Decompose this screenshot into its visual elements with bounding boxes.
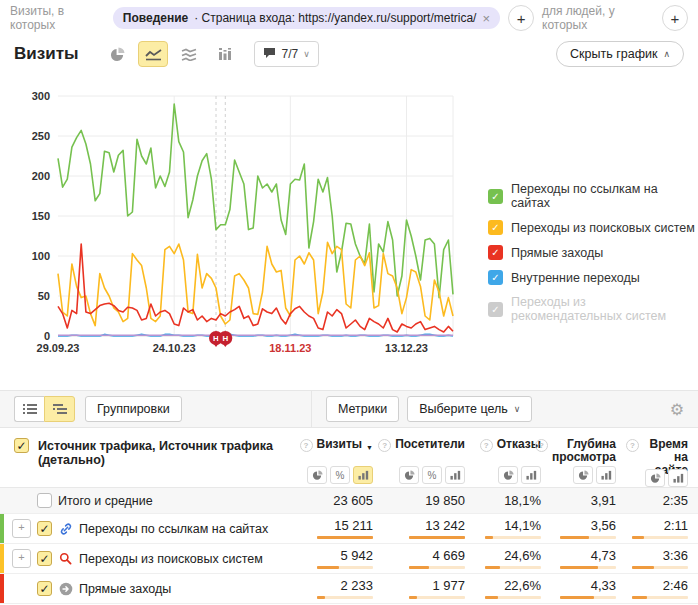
legend-item[interactable]: ✓Внутренние переходы: [488, 270, 698, 285]
bar-toggle-button[interactable]: [445, 466, 465, 484]
column-header[interactable]: ?Время на сайте: [626, 428, 698, 487]
search-icon: [58, 552, 73, 565]
metric-value-cell: 19 850: [383, 488, 475, 513]
chart-type-line-button[interactable]: [138, 41, 168, 67]
chart-type-columns-button[interactable]: [210, 41, 240, 67]
metric-value-cell: 1 977: [383, 574, 475, 603]
metric-value: 15 211: [334, 518, 373, 533]
legend-label: Внутренние переходы: [511, 271, 640, 285]
legend-checkbox[interactable]: ✓: [488, 220, 503, 235]
metric-value: 13 242: [425, 518, 465, 533]
column-header-label: Глубина просмотра: [552, 438, 616, 464]
legend-item[interactable]: ✓Переходы из рекомендательных систем: [488, 295, 698, 323]
metric-value: 22,6%: [504, 578, 541, 593]
pie-toggle-button[interactable]: [645, 469, 665, 487]
legend-item[interactable]: ✓Переходы из поисковых систем: [488, 220, 698, 235]
dimension-header-label: Источник трафика, Источник трафика (дета…: [38, 438, 311, 467]
column-header-label: Визиты: [317, 438, 363, 451]
choose-goal-dropdown[interactable]: Выберите цель ∨: [407, 396, 532, 422]
help-icon[interactable]: ?: [626, 439, 639, 452]
comments-dropdown[interactable]: 7/7 ∨: [254, 41, 318, 67]
metric-bar: [560, 596, 616, 599]
segment-chip-category: Поведение: [123, 11, 188, 25]
gear-icon[interactable]: ⚙: [670, 400, 684, 419]
bar-toggle-button[interactable]: [596, 466, 616, 484]
expand-button[interactable]: +: [12, 519, 31, 538]
metric-value: 14,1%: [504, 518, 541, 533]
metric-value-cell: 4,73: [551, 544, 626, 573]
legend-item[interactable]: ✓Переходы по ссылкам на сайтах: [488, 182, 698, 210]
row-checkbox[interactable]: ✓: [37, 581, 52, 596]
row-checkbox[interactable]: ✓: [37, 551, 52, 566]
chevron-down-icon: ∨: [514, 404, 521, 414]
row-color-stripe: [0, 514, 4, 543]
row-checkbox[interactable]: [37, 493, 52, 508]
legend-checkbox[interactable]: ✓: [488, 302, 503, 317]
column-header[interactable]: ?Визиты▼%: [311, 428, 383, 487]
row-label: Итого и средние: [58, 494, 153, 508]
y-axis-tick: 300: [32, 90, 50, 102]
chart-type-stacked-button[interactable]: [174, 41, 204, 67]
row-label[interactable]: Переходы по ссылкам на сайтах: [79, 522, 268, 536]
sort-desc-icon: ▼: [366, 441, 373, 454]
table-toolbar: Группировки Метрики Выберите цель ∨ ⚙: [0, 390, 698, 428]
percent-toggle-button[interactable]: %: [330, 466, 350, 484]
y-axis-tick: 100: [32, 250, 50, 262]
x-axis-tick: 18.11.23: [269, 342, 311, 354]
row-checkbox[interactable]: ✓: [37, 521, 52, 536]
row-color-stripe: [0, 544, 4, 573]
metric-bar: [560, 566, 616, 569]
pie-toggle-button[interactable]: [498, 466, 518, 484]
table-row: +✓Переходы из поисковых систем5 9424 669…: [0, 544, 698, 574]
metric-bar: [560, 536, 616, 539]
view-list-button[interactable]: [14, 396, 44, 422]
legend-item[interactable]: ✓Прямые заходы: [488, 245, 698, 260]
metric-value: 1 977: [432, 578, 465, 593]
direct-icon: [58, 582, 73, 596]
legend-checkbox[interactable]: ✓: [488, 189, 503, 204]
pie-toggle-button[interactable]: [399, 466, 419, 484]
row-label[interactable]: Прямые заходы: [79, 582, 171, 596]
chevron-up-icon: ∧: [663, 49, 670, 59]
legend-label: Прямые заходы: [511, 246, 603, 260]
metrics-button[interactable]: Метрики: [326, 396, 399, 422]
bar-toggle-button[interactable]: [668, 469, 688, 487]
chart-area: 05010015020025030029.09.2324.10.2318.11.…: [0, 72, 698, 384]
metric-value-cell: 15 211: [311, 514, 383, 543]
percent-toggle-button[interactable]: %: [422, 466, 442, 484]
pie-toggle-button[interactable]: [573, 466, 593, 484]
groupings-button[interactable]: Группировки: [85, 396, 182, 422]
visits-line-chart: 05010015020025030029.09.2324.10.2318.11.…: [8, 78, 486, 360]
y-axis-tick: 50: [38, 290, 50, 302]
row-color-stripe: [0, 574, 4, 603]
segment-chip[interactable]: Поведение · Страница входа: https://yand…: [113, 7, 500, 29]
chevron-down-icon: ∨: [303, 49, 310, 59]
bar-toggle-button[interactable]: [521, 466, 541, 484]
help-icon[interactable]: ?: [480, 439, 493, 452]
help-icon[interactable]: ?: [300, 439, 313, 452]
pie-toggle-button[interactable]: [307, 466, 327, 484]
hide-chart-button[interactable]: Скрыть график ∧: [556, 41, 684, 67]
help-icon[interactable]: ?: [535, 439, 548, 452]
row-label[interactable]: Переходы из поисковых систем: [79, 552, 263, 566]
metric-bar: [632, 566, 688, 569]
metric-value: 19 850: [425, 493, 465, 508]
expand-button[interactable]: +: [12, 549, 31, 568]
view-tree-button[interactable]: [44, 396, 75, 422]
column-header[interactable]: ?Глубина просмотра: [551, 428, 626, 487]
bar-toggle-button[interactable]: [353, 466, 373, 484]
select-all-checkbox[interactable]: ✓: [14, 438, 29, 453]
table-row: ✓Прямые заходы2 2331 97722,6%4,332:46: [0, 574, 698, 604]
metric-value-cell: 5 942: [311, 544, 383, 573]
metric-value: 4,33: [591, 578, 616, 593]
close-icon[interactable]: ×: [482, 12, 490, 25]
add-segment-button[interactable]: +: [508, 5, 534, 31]
legend-checkbox[interactable]: ✓: [488, 245, 503, 260]
help-icon[interactable]: ?: [378, 439, 391, 452]
add-people-filter-button[interactable]: +: [662, 5, 688, 31]
metric-bar: [317, 536, 373, 539]
chart-type-pie-button[interactable]: [102, 41, 132, 67]
column-header[interactable]: ?Посетители%: [383, 428, 475, 487]
legend-checkbox[interactable]: ✓: [488, 270, 503, 285]
metric-value: 4 669: [432, 548, 465, 563]
